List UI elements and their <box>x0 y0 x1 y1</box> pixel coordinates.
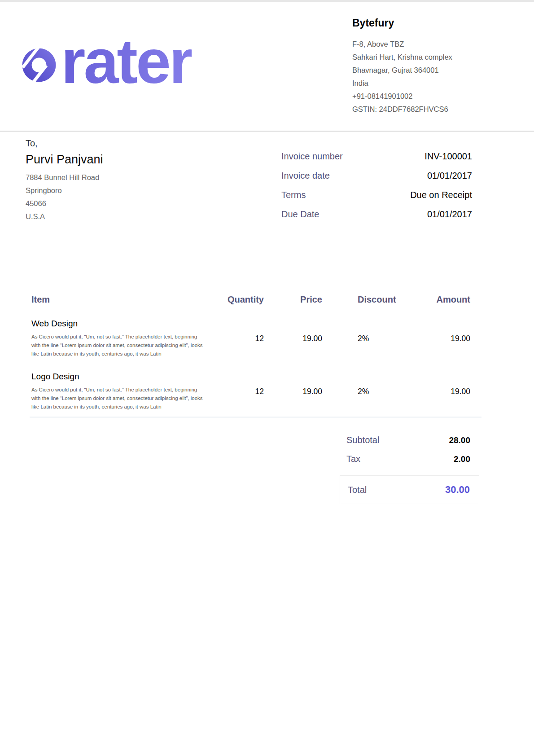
item-description: As Cicero would put it, “Um, not so fast… <box>31 333 220 358</box>
bill-to-block: To, Purvi Panjvani 7884 Bunnel Hill Road… <box>26 137 214 223</box>
company-address-line: Bhavnagar, Gujrat 364001 <box>352 64 523 77</box>
invoice-number-label: Invoice number <box>281 150 343 163</box>
due-date-label: Due Date <box>281 208 343 221</box>
items-table: Item Quantity Price Discount Amount Web … <box>30 293 481 418</box>
item-amount: 19.00 <box>402 370 481 411</box>
invoice-date-value: 01/01/2017 <box>343 169 472 182</box>
due-date-value: 01/01/2017 <box>343 208 472 221</box>
crater-logo-c-icon <box>22 48 57 83</box>
column-header-discount: Discount <box>322 293 402 306</box>
invoice-meta: Invoice number INV-100001 Invoice date 0… <box>281 150 472 221</box>
column-header-quantity: Quantity <box>220 293 267 306</box>
terms-label: Terms <box>281 189 343 202</box>
totals-block: Subtotal 28.00 Tax 2.00 Total 30.00 <box>340 434 479 504</box>
subtotal-value: 28.00 <box>449 434 479 447</box>
customer-address-line: 45066 <box>26 197 214 210</box>
item-quantity: 12 <box>220 317 267 358</box>
company-info: Bytefury F-8, Above TBZ Sahkari Hart, Kr… <box>352 17 523 116</box>
invoice-date-label: Invoice date <box>281 169 343 182</box>
item-description-line: like Latin because in its youth, centuri… <box>31 350 220 358</box>
company-address-line: India <box>352 77 523 90</box>
item-discount: 2% <box>322 317 402 358</box>
column-header-price: Price <box>267 293 322 306</box>
column-header-amount: Amount <box>402 293 481 306</box>
subtotal-row: Subtotal 28.00 <box>340 434 479 447</box>
table-row: Web Design As Cicero would put it, “Um, … <box>30 317 481 358</box>
item-quantity: 12 <box>220 370 267 411</box>
table-bottom-divider <box>30 417 481 418</box>
header-divider <box>0 131 534 132</box>
item-cell: Logo Design As Cicero would put it, “Um,… <box>30 370 220 411</box>
company-gstin: GSTIN: 24DDF7682FHVCS6 <box>352 103 523 116</box>
item-description-line: As Cicero would put it, “Um, not so fast… <box>31 333 220 341</box>
invoice-number-value: INV-100001 <box>343 150 472 163</box>
company-address-line: Sahkari Hart, Krishna complex <box>352 51 523 64</box>
customer-name: Purvi Panjvani <box>26 151 214 167</box>
crater-logo: rater <box>22 28 192 95</box>
item-description-line: like Latin because in its youth, centuri… <box>31 403 220 411</box>
terms-value: Due on Receipt <box>343 189 472 202</box>
item-description-line: with the line “Lorem ipsum dolor sit ame… <box>31 394 220 403</box>
customer-address-line: U.S.A <box>26 210 214 223</box>
total-value: 30.00 <box>445 484 470 496</box>
customer-address-line: Springboro <box>26 184 214 197</box>
item-name: Web Design <box>31 317 220 330</box>
item-name: Logo Design <box>31 370 220 383</box>
items-table-header: Item Quantity Price Discount Amount <box>30 293 481 306</box>
total-label: Total <box>348 485 367 495</box>
to-label: To, <box>26 137 214 149</box>
total-box: Total 30.00 <box>340 475 479 504</box>
tax-row: Tax 2.00 <box>340 453 479 466</box>
column-header-item: Item <box>30 293 220 306</box>
tax-label: Tax <box>340 453 360 466</box>
company-address-line: F-8, Above TBZ <box>352 38 523 51</box>
item-price: 19.00 <box>267 370 322 411</box>
item-discount: 2% <box>322 370 402 411</box>
company-name: Bytefury <box>352 17 523 29</box>
subtotal-label: Subtotal <box>340 434 379 447</box>
item-price: 19.00 <box>267 317 322 358</box>
table-row: Logo Design As Cicero would put it, “Um,… <box>30 370 481 411</box>
item-description-line: As Cicero would put it, “Um, not so fast… <box>31 386 220 394</box>
item-cell: Web Design As Cicero would put it, “Um, … <box>30 317 220 358</box>
item-description: As Cicero would put it, “Um, not so fast… <box>31 386 220 411</box>
tax-value: 2.00 <box>454 453 479 466</box>
company-phone: +91-08141901002 <box>352 90 523 103</box>
item-amount: 19.00 <box>402 317 481 358</box>
invoice-page: rater Bytefury F-8, Above TBZ Sahkari Ha… <box>0 0 534 756</box>
customer-address-line: 7884 Bunnel Hill Road <box>26 171 214 184</box>
item-description-line: with the line “Lorem ipsum dolor sit ame… <box>31 341 220 350</box>
top-border-strip <box>0 0 534 2</box>
